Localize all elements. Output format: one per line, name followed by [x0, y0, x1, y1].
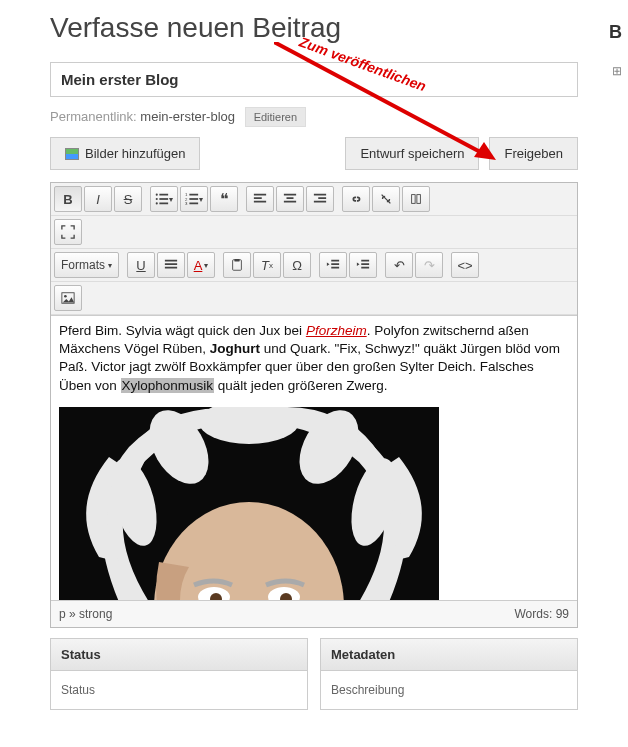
- element-path[interactable]: p » strong: [59, 607, 112, 621]
- post-title-input[interactable]: [50, 62, 578, 97]
- add-images-button[interactable]: Bilder hinzufügen: [50, 137, 200, 170]
- undo-button[interactable]: ↶: [385, 252, 413, 278]
- text-bold: Joghurt: [210, 341, 260, 356]
- svg-rect-14: [254, 201, 266, 203]
- permalink-slug: mein-erster-blog: [140, 109, 235, 124]
- edit-permalink-button[interactable]: Editieren: [245, 107, 306, 127]
- svg-rect-29: [331, 263, 339, 265]
- status-panel-header: Status: [51, 639, 307, 671]
- svg-rect-5: [159, 203, 168, 205]
- svg-rect-28: [331, 260, 339, 262]
- svg-rect-33: [361, 267, 369, 269]
- rich-text-editor: B I S ▾ 123▾ ❝ Formats▾ U A▾ Tx Ω ↶ ↷ <>: [50, 182, 578, 628]
- ol-button[interactable]: 123▾: [180, 186, 208, 212]
- align-justify-button[interactable]: [157, 252, 185, 278]
- status-panel: Status Status: [50, 638, 308, 710]
- svg-rect-21: [412, 195, 416, 204]
- svg-rect-3: [159, 198, 168, 200]
- svg-rect-30: [331, 267, 339, 269]
- svg-rect-18: [314, 194, 326, 196]
- ul-button[interactable]: ▾: [150, 186, 178, 212]
- svg-rect-25: [165, 267, 177, 269]
- cropped-glyph: ⊞: [612, 64, 622, 78]
- insert-image-button[interactable]: [54, 285, 82, 311]
- svg-point-0: [156, 194, 158, 196]
- status-panel-body: Status: [51, 671, 307, 709]
- svg-rect-17: [284, 201, 296, 203]
- underline-button[interactable]: U: [127, 252, 155, 278]
- metadata-panel-header: Metadaten: [321, 639, 577, 671]
- svg-rect-23: [165, 260, 177, 262]
- text: Pferd Bim. Sylvia wägt quick den Jux bei: [59, 323, 306, 338]
- paste-text-button[interactable]: [223, 252, 251, 278]
- page-title: Verfasse neuen Beitrag: [50, 12, 578, 44]
- svg-rect-19: [318, 197, 326, 199]
- source-code-button[interactable]: <>: [451, 252, 479, 278]
- outdent-button[interactable]: [319, 252, 347, 278]
- text-highlight: Xylophonmusik: [121, 378, 215, 393]
- svg-rect-20: [314, 201, 326, 203]
- italic-button[interactable]: I: [84, 186, 112, 212]
- svg-rect-32: [361, 263, 369, 265]
- svg-point-4: [156, 202, 158, 204]
- formats-dropdown[interactable]: Formats▾: [54, 252, 119, 278]
- align-center-button[interactable]: [276, 186, 304, 212]
- image-icon: [65, 148, 79, 160]
- indent-button[interactable]: [349, 252, 377, 278]
- svg-rect-9: [189, 198, 198, 200]
- svg-rect-22: [417, 195, 421, 204]
- svg-rect-31: [361, 260, 369, 262]
- metadata-panel-body: Beschreibung: [321, 671, 577, 709]
- svg-rect-7: [189, 194, 198, 196]
- svg-rect-16: [287, 197, 294, 199]
- bold-button[interactable]: B: [54, 186, 82, 212]
- clear-format-button[interactable]: Tx: [253, 252, 281, 278]
- align-right-button[interactable]: [306, 186, 334, 212]
- content-image: [59, 407, 439, 600]
- metadata-panel: Metadaten Beschreibung: [320, 638, 578, 710]
- text-color-button[interactable]: A▾: [187, 252, 215, 278]
- fullscreen-button[interactable]: [54, 219, 82, 245]
- svg-rect-1: [159, 194, 168, 196]
- text: quält jeden größeren Zwerg.: [214, 378, 387, 393]
- svg-rect-24: [165, 263, 177, 265]
- svg-rect-13: [254, 197, 262, 199]
- align-left-button[interactable]: [246, 186, 274, 212]
- svg-rect-15: [284, 194, 296, 196]
- strike-button[interactable]: S: [114, 186, 142, 212]
- blockquote-button[interactable]: ❝: [210, 186, 238, 212]
- special-char-button[interactable]: Ω: [283, 252, 311, 278]
- svg-rect-11: [189, 203, 198, 205]
- publish-button[interactable]: Freigeben: [489, 137, 578, 170]
- anchor-button[interactable]: [402, 186, 430, 212]
- permalink-label: Permanentlink:: [50, 109, 137, 124]
- unlink-button[interactable]: [372, 186, 400, 212]
- svg-point-35: [64, 295, 67, 298]
- add-images-label: Bilder hinzufügen: [85, 146, 185, 161]
- svg-point-2: [156, 198, 158, 200]
- svg-text:3: 3: [185, 201, 188, 206]
- permalink-row: Permanentlink: mein-erster-blog Editiere…: [50, 107, 578, 127]
- redo-button[interactable]: ↷: [415, 252, 443, 278]
- word-count: Words: 99: [515, 607, 570, 621]
- pforzheim-link[interactable]: Pforzheim: [306, 323, 367, 338]
- svg-rect-12: [254, 194, 266, 196]
- link-button[interactable]: [342, 186, 370, 212]
- editor-content[interactable]: Pferd Bim. Sylvia wägt quick den Jux bei…: [51, 315, 577, 600]
- svg-rect-27: [234, 259, 239, 262]
- cropped-letter: B: [609, 22, 622, 43]
- save-draft-button[interactable]: Entwurf speichern: [345, 137, 479, 170]
